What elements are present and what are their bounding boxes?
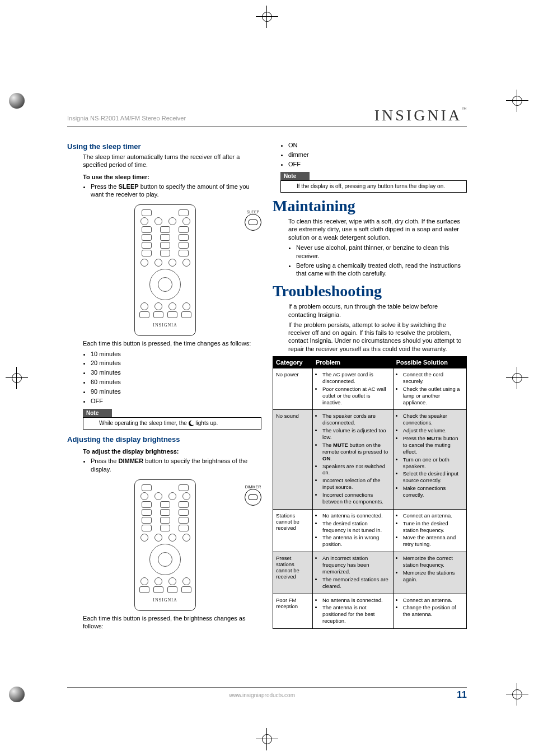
- sleep-intro: The sleep timer automatically turns the …: [83, 153, 261, 169]
- heading-sleep-sub: To use the sleep timer:: [83, 174, 261, 180]
- footer: www.insigniaproducts.com 11: [67, 687, 467, 700]
- sleep-options-list: 10 minutes20 minutes30 minutes60 minutes…: [83, 350, 261, 405]
- cell-solution: Check the speaker connections.Adjust the…: [393, 410, 466, 509]
- cell-category: No sound: [273, 410, 313, 509]
- register-mark: [506, 683, 528, 706]
- th-problem: Problem: [313, 357, 394, 368]
- register-mark: [6, 90, 28, 112]
- maint-list: Never use alcohol, paint thinner, or ben…: [288, 244, 467, 278]
- list-item: Never use alcohol, paint thinner, or ben…: [296, 244, 467, 260]
- dim-list-intro: Each time this button is pressed, the br…: [83, 614, 261, 631]
- sleep-note: While operating the sleep timer, the lig…: [83, 417, 261, 430]
- register-mark: [256, 6, 278, 28]
- list-item: 90 minutes: [91, 388, 261, 396]
- register-mark: [506, 367, 528, 389]
- list-item: OFF: [288, 160, 467, 169]
- cell-category: Stations cannot be received: [273, 509, 313, 552]
- running-head: Insignia NS-R2001 AM/FM Stereo Receiver: [67, 115, 186, 122]
- register-mark: [6, 683, 28, 706]
- dim-options-list: ONdimmerOFF: [280, 141, 467, 169]
- cell-problem: The AC power cord is disconnected.Poor c…: [313, 368, 394, 410]
- cell-problem: No antenna is connected.The antenna is n…: [313, 594, 394, 629]
- table-row: No soundThe speaker cords are disconnect…: [273, 410, 467, 509]
- callout-label-dimmer: DIMMER: [245, 485, 261, 489]
- table-row: Poor FM receptionNo antenna is connected…: [273, 594, 467, 629]
- ts-intro1: If a problem occurs, run through the tab…: [288, 302, 467, 319]
- trademark-symbol: ™: [462, 106, 467, 112]
- remote-illustration: INSIGNIA: [134, 479, 196, 611]
- brand-logo: INSIGNIA™: [374, 106, 467, 124]
- heading-maintaining: Maintaining: [273, 197, 467, 215]
- list-item: 30 minutes: [91, 368, 261, 377]
- heading-dimmer-sub: To adjust the display brightness:: [83, 448, 261, 455]
- cell-solution: Connect an antenna.Change the position o…: [393, 594, 466, 629]
- list-item: 60 minutes: [91, 378, 261, 386]
- table-row: Stations cannot be receivedNo antenna is…: [273, 509, 467, 552]
- cell-problem: An incorrect station frequency has been …: [313, 552, 394, 594]
- heading-dimmer: Adjusting the display brightness: [67, 435, 261, 444]
- moon-icon: [189, 421, 194, 426]
- dimmer-step: Press the DIMMER button to specify the b…: [91, 457, 261, 474]
- list-item: 20 minutes: [91, 359, 261, 367]
- list-item: Before using a chemically treated cloth,…: [296, 262, 467, 278]
- cell-solution: Connect an antenna.Tune in the desired s…: [393, 509, 466, 552]
- brand-text: INSIGNIA: [374, 106, 462, 124]
- header-rule: [67, 126, 467, 127]
- list-item: 10 minutes: [91, 350, 261, 358]
- dimmer-button-icon: [245, 489, 261, 506]
- table-row: No powerThe AC power cord is disconnecte…: [273, 368, 467, 410]
- sleep-list-intro: Each time this button is pressed, the ti…: [83, 339, 261, 347]
- page-number: 11: [457, 690, 467, 700]
- cell-solution: Connect the cord securely.Check the outl…: [393, 368, 466, 410]
- sleep-step: Press the SLEEP button to specify the am…: [91, 183, 261, 199]
- remote-illustration: INSIGNIA: [134, 204, 196, 336]
- list-item: ON: [288, 141, 467, 150]
- note-label: Note: [83, 409, 112, 417]
- footer-url: www.insigniaproducts.com: [67, 692, 457, 698]
- th-solution: Possible Solution: [393, 357, 466, 368]
- cell-solution: Memorize the correct station frequency.M…: [393, 552, 466, 594]
- table-row: Preset stations cannot be receivedAn inc…: [273, 552, 467, 594]
- sleep-button-icon: [245, 214, 261, 231]
- left-column: Using the sleep timer The sleep timer au…: [67, 140, 261, 689]
- register-mark: [6, 367, 28, 389]
- ts-intro2: If the problem persists, attempt to solv…: [288, 321, 467, 353]
- heading-sleep-timer: Using the sleep timer: [67, 142, 261, 151]
- cell-category: Poor FM reception: [273, 594, 313, 629]
- list-item: dimmer: [288, 151, 467, 159]
- cell-category: Preset stations cannot be received: [273, 552, 313, 594]
- th-category: Category: [273, 357, 313, 368]
- note-label: Note: [280, 172, 310, 180]
- cell-category: No power: [273, 368, 313, 410]
- register-mark: [506, 90, 528, 112]
- dim-note: If the display is off, pressing any butt…: [280, 180, 467, 193]
- list-item: OFF: [91, 397, 261, 405]
- cell-problem: No antenna is connected.The desired stat…: [313, 509, 394, 552]
- troubleshooting-table: Category Problem Possible Solution No po…: [273, 356, 467, 629]
- right-column: ONdimmerOFF Note If the display is off, …: [273, 140, 467, 689]
- register-mark: [256, 728, 278, 750]
- heading-troubleshooting: Troubleshooting: [273, 282, 467, 300]
- remote-brand: INSIGNIA: [137, 598, 193, 603]
- callout-label-sleep: SLEEP: [247, 210, 260, 214]
- remote-brand: INSIGNIA: [137, 323, 193, 328]
- cell-problem: The speaker cords are disconnected.The v…: [313, 410, 394, 509]
- maint-intro: To clean this receiver, wipe with a soft…: [288, 217, 467, 241]
